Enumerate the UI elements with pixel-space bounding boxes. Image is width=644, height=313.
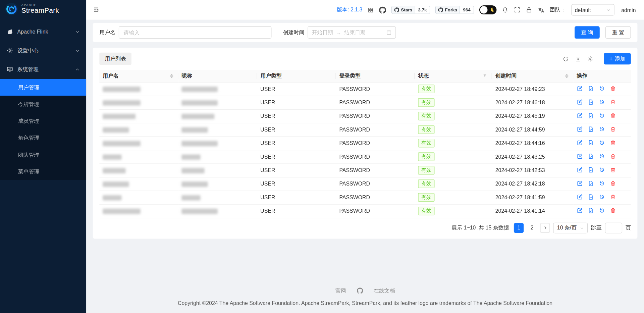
password-icon[interactable] [588,194,594,200]
reset-icon[interactable] [599,153,605,159]
delete-icon[interactable] [610,207,616,213]
bell-icon[interactable] [502,7,508,13]
footer-link-site[interactable]: 官网 [335,287,346,294]
version-link[interactable]: 版本: 2.1.3 [337,6,362,13]
edit-icon[interactable] [577,167,583,173]
delete-icon[interactable] [610,153,616,159]
sidebar-item-user-management[interactable]: 用户管理 [0,79,86,96]
col-username[interactable]: 用户名 [99,70,178,82]
github-stars-badge[interactable]: Stars 3.7k [391,6,430,14]
sidebar-item-member-management[interactable]: 成员管理 [0,113,86,129]
delete-icon[interactable] [610,194,616,200]
edit-icon[interactable] [577,112,583,118]
reset-icon[interactable] [599,140,605,146]
reset-icon[interactable] [599,126,605,132]
edit-icon[interactable] [577,99,583,105]
login-type-cell: PASSWORD [336,123,415,136]
settings-icon[interactable] [587,56,593,62]
reset-icon[interactable] [599,85,605,91]
reset-icon[interactable] [599,194,605,200]
user-type-cell: USER [257,109,336,123]
fullscreen-icon[interactable] [514,7,520,13]
edit-icon[interactable] [577,194,583,200]
search-button[interactable]: 查 询 [575,26,600,39]
col-create-time[interactable]: 创建时间 [492,70,573,82]
page-button-2[interactable]: 2 [527,223,537,232]
jump-page-input[interactable] [605,222,622,233]
brand-text: APACHE StreamPark [21,4,59,14]
column-height-icon[interactable] [575,56,581,62]
edit-icon[interactable] [577,126,583,132]
table-row: USER PASSWORD 有效 2024-02-27 18:44:16 [99,137,631,150]
menu-fold-icon[interactable] [93,7,100,13]
sidebar-item-team-management[interactable]: 团队管理 [0,146,86,163]
sidebar-item-system-management[interactable]: 系统管理 [0,60,86,79]
lock-icon[interactable] [526,7,532,13]
sidebar-item-menu-management[interactable]: 菜单管理 [0,163,86,180]
redacted-username [103,181,129,187]
password-icon[interactable] [588,112,594,118]
edit-icon[interactable] [577,207,583,213]
reset-icon[interactable] [599,180,605,186]
github-icon[interactable] [357,288,363,294]
edit-icon[interactable] [577,180,583,186]
username-filter-input[interactable] [119,26,272,39]
password-icon[interactable] [588,180,594,186]
sort-icon[interactable] [565,74,569,78]
footer-link-docs[interactable]: 在线文档 [374,287,395,294]
reset-icon[interactable] [599,112,605,118]
sidebar-item-apache-flink[interactable]: Apache Flink [0,22,86,41]
user-type-cell: USER [257,123,336,136]
reset-icon[interactable] [599,167,605,173]
delete-icon[interactable] [610,99,616,105]
password-icon[interactable] [588,207,594,213]
reset-button[interactable]: 重 置 [605,26,631,39]
tab-user-list[interactable]: 用户列表 [99,53,131,65]
toolbar-right: + 添加 [563,53,631,64]
redacted-nickname [181,181,208,187]
password-icon[interactable] [588,140,594,146]
edit-icon[interactable] [577,85,583,91]
row-actions [577,85,616,91]
date-range-picker[interactable]: 开始日期 → 结束日期 [308,26,396,39]
team-select[interactable]: default [571,4,614,15]
brand-logo[interactable]: APACHE StreamPark [0,0,86,18]
page-size-select[interactable]: 10 条/页 [553,222,588,233]
github-icon[interactable] [379,6,386,13]
sidebar-item-settings-center[interactable]: 设置中心 [0,41,86,60]
translate-icon[interactable] [537,6,544,13]
delete-icon[interactable] [610,167,616,173]
delete-icon[interactable] [610,112,616,118]
next-page-button[interactable] [540,223,550,232]
refresh-icon[interactable] [563,56,569,62]
sort-icon[interactable] [170,74,173,78]
github-forks-badge[interactable]: Forks 964 [435,6,474,14]
login-type-cell: PASSWORD [336,82,415,96]
password-icon[interactable] [588,99,594,105]
redacted-nickname [181,168,205,173]
password-icon[interactable] [588,126,594,132]
password-icon[interactable] [588,153,594,159]
reset-icon[interactable] [599,207,605,213]
delete-icon[interactable] [610,140,616,146]
delete-icon[interactable] [610,180,616,186]
filter-funnel-icon[interactable] [483,73,487,78]
reset-icon[interactable] [599,99,605,105]
sidebar-item-role-management[interactable]: 角色管理 [0,129,86,146]
appstore-icon[interactable] [368,7,374,13]
username[interactable]: admin [621,7,636,13]
app-root: APACHE StreamPark Apache Flink 设置中心 [0,0,644,313]
sidebar-item-token-management[interactable]: 令牌管理 [0,96,86,112]
add-user-button[interactable]: + 添加 [604,53,631,64]
delete-icon[interactable] [610,85,616,91]
edit-icon[interactable] [577,153,583,159]
delete-icon[interactable] [610,126,616,132]
theme-toggle[interactable] [479,5,496,14]
page-button-1[interactable]: 1 [514,223,524,232]
col-status[interactable]: 状态 [415,70,492,82]
password-icon[interactable] [588,167,594,173]
password-icon[interactable] [588,85,594,91]
col-label: 状态 [418,72,429,80]
edit-icon[interactable] [577,140,583,146]
row-actions [577,167,616,173]
